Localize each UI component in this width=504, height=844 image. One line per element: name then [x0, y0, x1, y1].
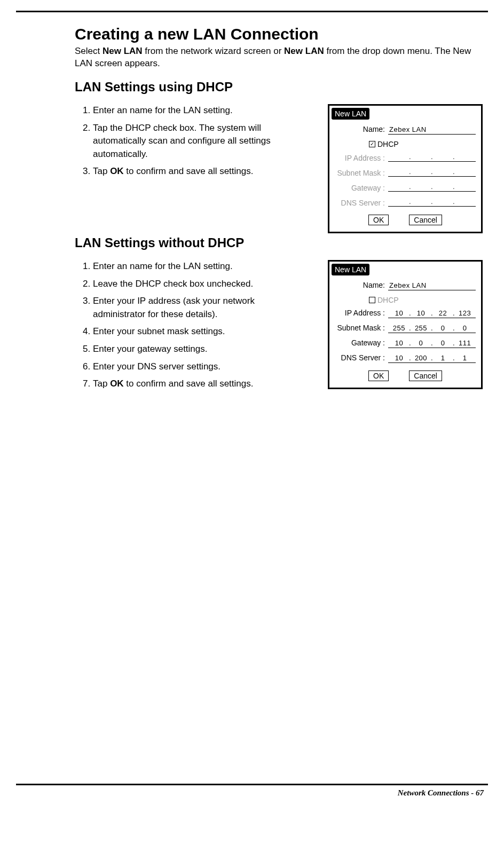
dhcp-row: DHCP [335, 296, 476, 304]
mask-input[interactable]: ... [388, 168, 476, 177]
octet: 0 [455, 324, 475, 332]
new-lan-dialog-dhcp: New LAN Name: Zebex LAN ✓ DHCP IP Addres… [328, 104, 483, 233]
dhcp-checkbox[interactable]: ✓ [369, 141, 375, 147]
mask-field: Subnet Mask : ... [335, 168, 476, 179]
octet: 111 [455, 339, 475, 347]
mask-input[interactable]: 255. 255. 0. 0 [388, 324, 476, 333]
gateway-field: Gateway : ... [335, 183, 476, 194]
dialog-body: Name: Zebex LAN ✓ DHCP IP Address : ... … [329, 122, 481, 232]
step-item: Enter your IP address (ask your network … [93, 295, 304, 321]
dns-field: DNS Server : 10. 200. 1. 1 [335, 353, 476, 365]
gateway-input[interactable]: 10. 0. 0. 111 [388, 339, 476, 348]
dialog-body: Name: Zebex LAN DHCP IP Address : 10. 10… [329, 278, 481, 388]
step-item: Enter your subnet mask settings. [93, 325, 304, 338]
dhcp-checkbox[interactable] [369, 297, 375, 303]
top-rule [16, 11, 488, 12]
ip-field: IP Address : 10. 10. 22. 123 [335, 309, 476, 320]
step-item: Enter an name for the LAN setting. [93, 104, 304, 117]
intro-bold-2: New LAN [284, 46, 324, 56]
ip-field: IP Address : ... [335, 153, 476, 164]
page-heading: Creating a new LAN Connection [75, 25, 483, 43]
page-spacer [75, 405, 483, 778]
intro-paragraph: Select New LAN from the network wizard s… [75, 45, 483, 70]
octet: 10 [411, 309, 431, 317]
octet: 0 [411, 339, 431, 347]
octet: 10 [389, 309, 409, 317]
gateway-input[interactable]: ... [388, 183, 476, 192]
octet: 1 [433, 354, 453, 362]
dns-label: DNS Server : [335, 199, 388, 207]
gateway-label: Gateway : [335, 184, 388, 192]
ip-input[interactable]: 10. 10. 22. 123 [388, 309, 476, 318]
steps-list-nodhcp: Enter an name for the LAN setting. Leave… [75, 260, 304, 391]
step-text: Tap [93, 166, 110, 176]
intro-text: Select [75, 46, 103, 56]
intro-bold-1: New LAN [103, 46, 143, 56]
ok-button[interactable]: OK [368, 215, 389, 225]
step-item: Enter your gateway settings. [93, 343, 304, 356]
section-heading-dhcp: LAN Settings using DHCP [75, 80, 483, 94]
octet: 255 [411, 324, 431, 332]
name-input[interactable]: Zebex LAN [388, 125, 476, 135]
step-item: Tap the DHCP check box. The system will … [93, 122, 304, 161]
dns-field: DNS Server : ... [335, 198, 476, 209]
steps-list-dhcp: Enter an name for the LAN setting. Tap t… [75, 104, 304, 178]
intro-text-2: from the network wizard screen or [143, 46, 284, 56]
octet: 200 [411, 354, 431, 362]
name-value: Zebex LAN [389, 125, 427, 133]
name-label: Name: [335, 125, 388, 133]
name-field: Name: Zebex LAN [335, 125, 476, 137]
step-item: Tap OK to confirm and save all settings. [93, 377, 304, 391]
name-input[interactable]: Zebex LAN [388, 281, 476, 290]
page-content: Creating a new LAN Connection Select New… [16, 25, 488, 778]
name-label: Name: [335, 281, 388, 289]
dialog-title: New LAN [332, 108, 369, 120]
octet: 10 [389, 339, 409, 347]
step-bold: OK [110, 166, 124, 176]
dhcp-row: ✓ DHCP [335, 140, 476, 148]
step-item: Leave the DHCP check box unchecked. [93, 278, 304, 291]
mask-field: Subnet Mask : 255. 255. 0. 0 [335, 324, 476, 335]
dialog-title: New LAN [332, 264, 369, 275]
section-dhcp: Enter an name for the LAN setting. Tap t… [75, 104, 483, 222]
page-footer: Network Connections - 67 [16, 785, 488, 808]
mask-label: Subnet Mask : [335, 169, 388, 177]
dhcp-label: DHCP [377, 296, 399, 304]
ip-input[interactable]: ... [388, 153, 476, 162]
dns-label: DNS Server : [335, 353, 388, 362]
octet: 1 [455, 354, 475, 362]
octet: 123 [455, 309, 475, 317]
dhcp-label: DHCP [377, 140, 399, 148]
section-nodhcp: Enter an name for the LAN setting. Leave… [75, 260, 483, 391]
step-bold: OK [110, 378, 124, 389]
dialog-buttons: OK Cancel [335, 215, 476, 225]
ip-label: IP Address : [335, 309, 388, 317]
ip-label: IP Address : [335, 154, 388, 162]
gateway-field: Gateway : 10. 0. 0. 111 [335, 338, 476, 350]
name-value: Zebex LAN [389, 281, 427, 289]
cancel-button[interactable]: Cancel [409, 370, 442, 381]
dns-input[interactable]: ... [388, 198, 476, 207]
octet: 0 [433, 324, 453, 332]
step-item: Enter your DNS server settings. [93, 360, 304, 374]
name-field: Name: Zebex LAN [335, 281, 476, 293]
ok-button[interactable]: OK [368, 370, 389, 381]
new-lan-dialog-nodhcp: New LAN Name: Zebex LAN DHCP IP Address … [328, 260, 483, 389]
dialog-buttons: OK Cancel [335, 370, 476, 381]
octet: 0 [433, 339, 453, 347]
octet: 255 [389, 324, 409, 332]
gateway-label: Gateway : [335, 338, 388, 347]
dns-input[interactable]: 10. 200. 1. 1 [388, 354, 476, 363]
step-item: Tap OK to confirm and save all settings. [93, 165, 304, 178]
step-text: Tap [93, 378, 110, 389]
cancel-button[interactable]: Cancel [409, 215, 442, 225]
section-heading-nodhcp: LAN Settings without DHCP [75, 235, 483, 250]
step-item: Enter an name for the LAN setting. [93, 260, 304, 273]
octet: 10 [389, 354, 409, 362]
step-text-2: to confirm and save all settings. [124, 166, 254, 176]
octet: 22 [433, 309, 453, 317]
step-text-2: to confirm and save all settings. [124, 378, 254, 389]
mask-label: Subnet Mask : [335, 324, 388, 332]
